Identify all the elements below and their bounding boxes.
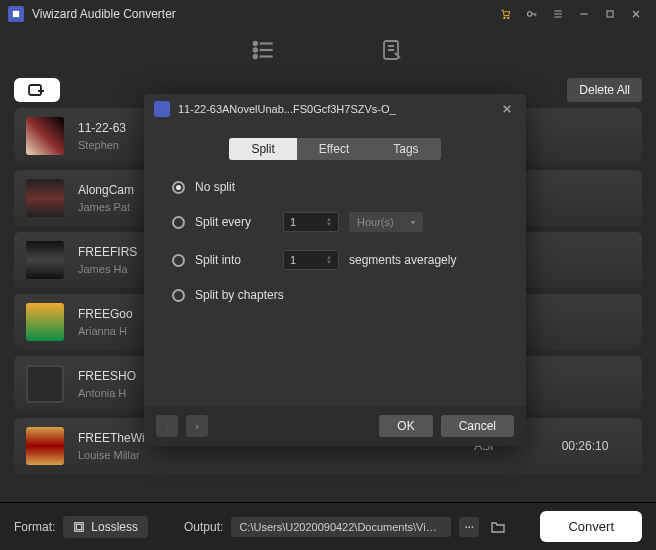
close-button[interactable]	[624, 2, 648, 26]
maximize-button[interactable]	[598, 2, 622, 26]
svg-point-3	[528, 12, 533, 17]
bottom-bar: Format: Lossless Output: C:\Users\U20200…	[0, 502, 656, 550]
convert-button[interactable]: Convert	[540, 511, 642, 542]
split-every-unit[interactable]: Hour(s) ▾	[349, 212, 423, 232]
dialog-footer: ‹ › OK Cancel	[144, 406, 526, 446]
tab-split[interactable]: Split	[229, 138, 296, 160]
split-every-value[interactable]: 1 ▲▼	[283, 212, 339, 232]
tab-tags[interactable]: Tags	[371, 138, 440, 160]
split-into-suffix: segments averagely	[349, 253, 456, 267]
svg-point-7	[254, 55, 257, 58]
output-label: Output:	[184, 520, 223, 534]
split-into-value[interactable]: 1 ▲▼	[283, 250, 339, 270]
cover-image	[26, 427, 64, 465]
dialog-body: No split Split every 1 ▲▼ Hour(s) ▾ Spli…	[144, 160, 526, 406]
radio-split-into[interactable]	[172, 254, 185, 267]
radio-no-split[interactable]	[172, 181, 185, 194]
list-view-icon[interactable]	[250, 38, 278, 62]
item-author: Louise Millar	[78, 449, 432, 461]
cover-image	[26, 365, 64, 403]
split-into-label: Split into	[195, 253, 273, 267]
cover-image	[26, 303, 64, 341]
item-duration: 00:26:10	[540, 439, 630, 453]
key-icon[interactable]	[520, 2, 544, 26]
app-logo	[8, 6, 24, 22]
radio-split-every[interactable]	[172, 216, 185, 229]
output-path[interactable]: C:\Users\U2020090422\Documents\Viwiza	[231, 517, 451, 537]
svg-rect-0	[13, 11, 19, 17]
open-folder-button[interactable]	[487, 516, 509, 538]
view-toolbar	[0, 28, 656, 72]
format-selector[interactable]: Lossless	[63, 516, 148, 538]
svg-point-2	[508, 17, 510, 19]
svg-point-5	[254, 42, 257, 45]
dialog-tabs: Split Effect Tags	[144, 138, 526, 160]
option-no-split[interactable]: No split	[172, 180, 498, 194]
cover-image	[26, 179, 64, 217]
dialog-logo	[154, 101, 170, 117]
tab-effect[interactable]: Effect	[297, 138, 371, 160]
dialog-header: 11-22-63ANovelUnab...FS0Gcf3H7SZVs-O_	[144, 94, 526, 124]
delete-all-button[interactable]: Delete All	[567, 78, 642, 102]
dialog-close-button[interactable]	[498, 100, 516, 118]
minimize-button[interactable]	[572, 2, 596, 26]
svg-rect-11	[77, 524, 82, 529]
radio-split-chapters[interactable]	[172, 289, 185, 302]
add-button[interactable]	[14, 78, 60, 102]
option-split-chapters[interactable]: Split by chapters	[172, 288, 498, 302]
next-item-button[interactable]: ›	[186, 415, 208, 437]
svg-point-6	[254, 48, 257, 51]
split-every-label: Split every	[195, 215, 273, 229]
ok-button[interactable]: OK	[379, 415, 432, 437]
dialog-title: 11-22-63ANovelUnab...FS0Gcf3H7SZVs-O_	[178, 103, 490, 115]
svg-point-1	[504, 17, 506, 19]
svg-rect-4	[607, 11, 613, 17]
path-more-button[interactable]: ···	[459, 517, 479, 537]
app-title: Viwizard Audible Converter	[32, 7, 176, 21]
format-value: Lossless	[91, 520, 138, 534]
cart-icon[interactable]	[494, 2, 518, 26]
title-bar: Viwizard Audible Converter	[0, 0, 656, 28]
no-split-label: No split	[195, 180, 235, 194]
option-split-every[interactable]: Split every 1 ▲▼ Hour(s) ▾	[172, 212, 498, 232]
edit-view-icon[interactable]	[378, 38, 406, 62]
edit-dialog: 11-22-63ANovelUnab...FS0Gcf3H7SZVs-O_ Sp…	[144, 94, 526, 446]
format-label: Format:	[14, 520, 55, 534]
menu-icon[interactable]	[546, 2, 570, 26]
option-split-into[interactable]: Split into 1 ▲▼ segments averagely	[172, 250, 498, 270]
prev-item-button[interactable]: ‹	[156, 415, 178, 437]
cover-image	[26, 117, 64, 155]
cancel-button[interactable]: Cancel	[441, 415, 514, 437]
cover-image	[26, 241, 64, 279]
split-chapters-label: Split by chapters	[195, 288, 284, 302]
